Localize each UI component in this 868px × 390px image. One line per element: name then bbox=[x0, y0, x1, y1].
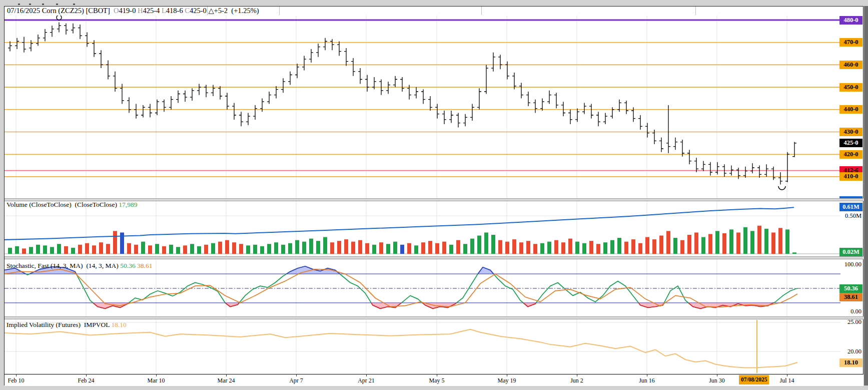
stochastic-axis-label: 38.61 bbox=[839, 293, 862, 301]
date-tick bbox=[156, 374, 157, 376]
date-tick-label: Mar 24 bbox=[205, 377, 247, 384]
volume-axis-label: 0.02M bbox=[839, 248, 862, 256]
close-value: 425-0 bbox=[190, 7, 207, 15]
change-value: +5-2 bbox=[214, 7, 228, 15]
highlighted-date-badge: 07/08/2025 bbox=[739, 375, 769, 384]
date-tick bbox=[787, 374, 787, 376]
date-tick bbox=[366, 374, 367, 376]
date-tick bbox=[647, 374, 647, 376]
date-tick-label: May 5 bbox=[416, 377, 458, 384]
date-tick bbox=[16, 374, 17, 376]
stochastic-axis-label: 0.00 bbox=[839, 307, 862, 316]
date-tick-label: Jun 16 bbox=[626, 377, 668, 384]
volume-axis-label: 0.50M bbox=[839, 212, 862, 220]
stochastic-axis-label: 50.36 bbox=[839, 284, 862, 293]
price-axis-badge: 470-0 bbox=[839, 38, 862, 47]
date-tick-label: Feb 24 bbox=[65, 377, 107, 384]
delta-icon: △ bbox=[208, 7, 214, 15]
price-axis-badge: 440-0 bbox=[839, 105, 862, 114]
stochastic-panel-plot[interactable] bbox=[5, 259, 840, 316]
date-tick bbox=[226, 374, 227, 376]
volume-panel-plot[interactable] bbox=[5, 202, 840, 256]
date-tick-label: May 19 bbox=[486, 377, 528, 384]
low-prefix: L bbox=[162, 7, 166, 15]
toolbar-remnant bbox=[73, 4, 75, 5]
open-value: 419-0 bbox=[119, 7, 136, 15]
header-cell-divider bbox=[279, 7, 280, 15]
right-scrollbar[interactable] bbox=[864, 6, 868, 385]
price-panel-plot[interactable] bbox=[5, 16, 840, 198]
date-tick bbox=[296, 374, 297, 376]
date-tick bbox=[86, 374, 87, 376]
date-tick-label: Jun 30 bbox=[696, 377, 738, 384]
date-tick-label: Jul 14 bbox=[766, 377, 808, 384]
date-tick bbox=[507, 374, 507, 376]
high-value: 425-4 bbox=[143, 7, 160, 15]
chart-window: 07/16/2025 Corn (ZCZ25) [CBOT] O419-0 H4… bbox=[0, 0, 868, 390]
date-axis[interactable]: Feb 10Feb 24Mar 10Mar 24Apr 7Apr 21May 5… bbox=[5, 374, 863, 386]
price-axis-badge: 460-0 bbox=[839, 61, 862, 69]
quote-date: 07/16/2025 bbox=[7, 7, 40, 15]
price-axis-badge: 480-0 bbox=[839, 16, 862, 25]
quote-header: 07/16/2025 Corn (ZCZ25) [CBOT] O419-0 H4… bbox=[7, 7, 259, 16]
price-axis-badge: 430-0 bbox=[839, 128, 862, 136]
toolbar-remnant bbox=[29, 4, 31, 5]
price-axis-badge: 420-0 bbox=[839, 150, 862, 159]
toolbar-remnant bbox=[56, 4, 58, 5]
date-tick-label: Mar 10 bbox=[135, 377, 177, 384]
date-tick bbox=[717, 374, 717, 376]
impvol-axis-label: 20.00 bbox=[839, 347, 862, 356]
high-prefix: H bbox=[138, 7, 143, 15]
date-tick bbox=[577, 374, 577, 376]
date-tick bbox=[437, 374, 437, 376]
last-price-badge: 425-0 bbox=[839, 139, 862, 147]
impvol-axis-label: 25.00 bbox=[839, 318, 862, 326]
change-percent: (+1.25%) bbox=[231, 7, 259, 15]
open-prefix: O bbox=[114, 7, 119, 15]
stochastic-axis-label: 100.00 bbox=[839, 260, 862, 269]
close-prefix: C bbox=[185, 7, 190, 15]
impvol-axis-label: 18.10 bbox=[839, 358, 862, 367]
clipped-toolbar-strip bbox=[0, 0, 868, 6]
date-tick-label: Apr 21 bbox=[345, 377, 387, 384]
price-axis-badge: 450-0 bbox=[839, 83, 862, 92]
toolbar-remnant bbox=[42, 4, 44, 5]
low-value: 418-6 bbox=[166, 7, 183, 15]
price-axis-badge: 410-0 bbox=[839, 172, 862, 181]
impvol-panel-plot[interactable] bbox=[5, 319, 840, 373]
volume-axis-label: 0.61M bbox=[839, 203, 862, 211]
date-tick-label: Feb 10 bbox=[0, 377, 37, 384]
date-tick-label: Jun 2 bbox=[556, 377, 598, 384]
header-cell-divider bbox=[695, 7, 696, 15]
toolbar-remnant bbox=[18, 4, 20, 5]
header-cell-divider bbox=[481, 7, 482, 15]
date-tick-label: Apr 7 bbox=[275, 377, 317, 384]
quote-instrument: Corn (ZCZ25) [CBOT] bbox=[42, 7, 110, 15]
